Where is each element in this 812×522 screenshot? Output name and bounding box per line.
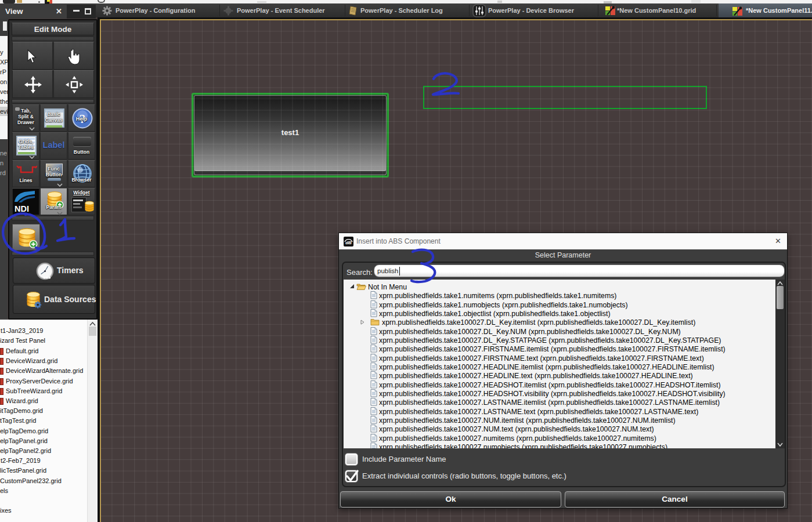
svg-text:dB: dB: [345, 240, 352, 245]
